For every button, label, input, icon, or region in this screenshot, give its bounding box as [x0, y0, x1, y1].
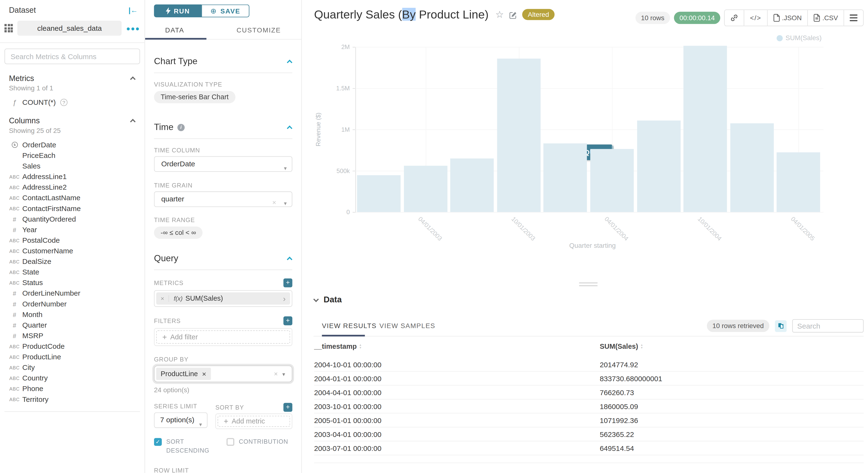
data-section-title: Data [324, 295, 342, 304]
add-filter-button[interactable]: + [283, 316, 292, 325]
group-by-select[interactable]: ProductLine ✕ × ▾ [154, 366, 292, 382]
chart-menu-button[interactable] [844, 10, 863, 26]
column-name: AddressLine1 [22, 172, 67, 181]
time-range-value[interactable]: -∞ ≤ col < ∞ [154, 227, 203, 239]
column-item[interactable]: ABCCountry [0, 373, 145, 383]
chevron-right-icon[interactable]: › [279, 294, 290, 303]
column-item[interactable]: ABCCustomerName [0, 246, 145, 256]
time-grain-select[interactable]: quarter × ▾ [154, 191, 292, 207]
column-item[interactable]: ABCAddressLine2 [0, 182, 145, 192]
panel-resize-handle[interactable] [579, 282, 598, 288]
run-button[interactable]: RUN [154, 5, 202, 17]
bar-2004-01-01 [544, 144, 587, 212]
add-filter-dropzone[interactable]: +Add filter [156, 330, 290, 344]
gridline [355, 212, 824, 213]
tab-data[interactable]: DATA [165, 26, 184, 34]
number-icon: # [8, 290, 21, 296]
export-csv-button[interactable]: .CSV [808, 10, 844, 26]
cell-sum-sales: 562365.22 [600, 427, 864, 441]
column-item[interactable]: OrderDate [0, 139, 145, 150]
edit-title-icon[interactable] [509, 11, 517, 19]
column-item[interactable]: ABCAddressLine1 [0, 171, 145, 182]
copy-data-button[interactable] [775, 320, 787, 332]
column-header-sum-sales[interactable]: SUM(Sales) ▴▾ [600, 343, 643, 350]
column-item[interactable]: ABCContactFirstName [0, 203, 145, 214]
column-item[interactable]: ABCTerritory [0, 394, 145, 405]
metric-item[interactable]: ƒ COUNT(*) ? [8, 98, 136, 107]
favorite-star-icon[interactable]: ☆ [495, 9, 504, 21]
column-item[interactable]: #Month [0, 309, 145, 320]
share-link-button[interactable] [725, 10, 744, 26]
collapse-columns-icon[interactable] [130, 119, 135, 124]
dataset-more-icon[interactable]: ●●● [126, 24, 140, 32]
y-tick-label: 1M [321, 126, 350, 133]
tab-view-samples[interactable]: VIEW SAMPLES [379, 322, 435, 330]
remove-metric-icon[interactable]: × [156, 295, 169, 302]
dataset-name[interactable]: cleaned_sales_data [17, 21, 122, 36]
tab-view-results[interactable]: VIEW RESULTS [322, 322, 377, 330]
column-item[interactable]: ABCDealSize [0, 256, 145, 267]
abc-icon: ABC [8, 206, 21, 211]
info-icon[interactable]: i [177, 124, 185, 131]
legend-item[interactable]: SUM(Sales) [777, 34, 822, 42]
column-item[interactable]: PriceEach [0, 150, 145, 161]
column-item[interactable]: #OrderLineNumber [0, 288, 145, 298]
embed-code-button[interactable]: </> [744, 10, 768, 26]
x-tick-label: 10/01/2004 [697, 215, 723, 242]
column-item[interactable]: #Quarter [0, 320, 145, 330]
collapse-metrics-icon[interactable] [130, 76, 135, 82]
abc-icon: ABC [8, 365, 21, 370]
column-item[interactable]: #OrderNumber [0, 298, 145, 309]
help-icon[interactable]: ? [60, 99, 67, 106]
divider [314, 336, 864, 337]
control-tabs: DATA CUSTOMIZE [145, 25, 301, 40]
abc-icon: ABC [8, 184, 21, 190]
column-item[interactable]: Sales [0, 161, 145, 171]
viz-type-value[interactable]: Time-series Bar Chart [154, 91, 235, 103]
column-item[interactable]: ABCProductCode [0, 341, 145, 351]
collapse-section-icon[interactable] [287, 125, 292, 131]
column-item[interactable]: #QuantityOrdered [0, 214, 145, 224]
column-item[interactable]: #MSRP [0, 330, 145, 341]
number-icon: # [8, 226, 21, 233]
table-row: 2004-01-01 00:00:00833730.680000001 [314, 372, 864, 385]
clear-icon[interactable]: × [272, 195, 276, 210]
add-sort-metric-dropzone[interactable]: +Add metric [217, 416, 290, 427]
collapse-data-icon[interactable] [313, 296, 319, 302]
column-item[interactable]: ABCPostalCode [0, 235, 145, 245]
collapse-section-icon[interactable] [287, 59, 292, 65]
column-item[interactable]: ABCCity [0, 362, 145, 373]
chart-title[interactable]: Quarterly Sales (By Product Line) [314, 8, 489, 21]
superset-explore-app: Dataset |← cleaned_sales_data ●●● Metric… [0, 0, 868, 473]
add-sort-metric-button[interactable]: + [283, 403, 292, 412]
collapse-section-icon[interactable] [287, 256, 292, 262]
column-name: ContactLastName [22, 194, 81, 202]
column-header-timestamp[interactable]: __timestamp ▴▾ [314, 343, 361, 350]
column-item[interactable]: ABCStatus [0, 277, 145, 288]
table-search-input[interactable] [792, 319, 864, 333]
cell-sum-sales: 766260.73 [600, 385, 864, 399]
add-metric-button[interactable]: + [283, 278, 292, 287]
metrics-columns-search-input[interactable] [5, 49, 140, 64]
column-name: Country [22, 374, 48, 382]
time-column-label: TIME COLUMN [154, 147, 292, 154]
series-limit-select[interactable]: 7 option(s) ▾ [154, 412, 208, 428]
collapse-panel-icon[interactable]: |← [129, 6, 138, 14]
time-column-select[interactable]: OrderDate ▾ [154, 156, 292, 172]
clear-icon[interactable]: × [274, 370, 278, 378]
save-button[interactable]: ⊕ SAVE [202, 5, 249, 17]
sort-descending-checkbox[interactable]: ✓ [154, 438, 162, 446]
column-item[interactable]: ABCState [0, 267, 145, 277]
export-json-button[interactable]: .JSON [768, 10, 808, 26]
contribution-checkbox[interactable] [227, 438, 235, 446]
column-item[interactable]: ABCPhone [0, 383, 145, 394]
table-row-partial [314, 455, 864, 463]
tab-customize[interactable]: CUSTOMIZE [237, 26, 281, 34]
remove-tag-icon[interactable]: ✕ [202, 371, 207, 377]
metric-pill[interactable]: × f(x) SUM(Sales) › [156, 292, 290, 305]
cell-sum-sales: 833730.680000001 [600, 372, 864, 385]
column-item[interactable]: #Year [0, 224, 145, 235]
column-item[interactable]: ABCProductLine [0, 352, 145, 362]
column-item[interactable]: ABCContactLastName [0, 192, 145, 203]
table-row: 2004-04-01 00:00:00766260.73 [314, 385, 864, 400]
